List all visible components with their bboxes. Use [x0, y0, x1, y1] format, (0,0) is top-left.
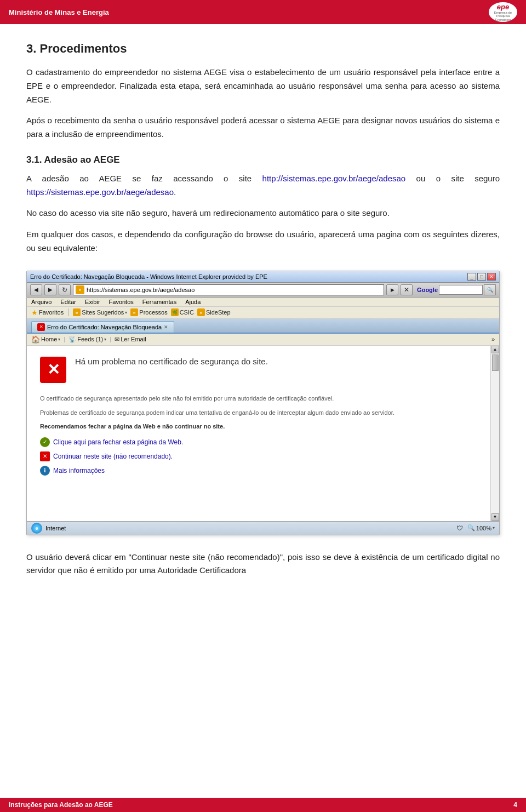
subsection-heading: 3.1. Adesão ao AEGE	[26, 155, 500, 165]
cert-link-3: ℹ Mais informações	[40, 466, 479, 476]
ie-logo-icon: e	[31, 523, 42, 534]
browser-statusbar: e Internet 🛡 🔍 100% ▾	[27, 521, 499, 535]
link-http[interactable]: http://sistemas.epe.gov.br/aege/adesao	[262, 174, 406, 183]
statusbar-right: 🛡 🔍 100% ▾	[456, 524, 495, 532]
statusbar-left: e Internet	[31, 523, 66, 534]
back-button[interactable]: ◀	[30, 284, 42, 295]
google-search-input[interactable]	[439, 285, 483, 295]
browser-toolbar: ◀ ▶ ↻ e https://sistemas.epe.gov.br/aege…	[27, 283, 499, 298]
logo-sub: Empresa dePesquisa Energética	[489, 11, 517, 22]
zoom-dropdown-icon: ▾	[493, 525, 495, 530]
address-icon: e	[76, 285, 84, 294]
scrollbar[interactable]: ▲ ▼	[490, 346, 499, 521]
zoom-control[interactable]: 🔍 100% ▾	[467, 524, 495, 531]
email-button[interactable]: ✉ Ler Email	[115, 336, 146, 343]
star-icon: ★	[31, 308, 38, 317]
email-icon: ✉	[115, 336, 119, 343]
menu-arquivo[interactable]: Arquivo	[31, 299, 52, 305]
tab-icon: ✕	[37, 323, 45, 331]
active-tab[interactable]: ✕ Erro do Certificado: Navegação Bloquea…	[31, 321, 174, 333]
continue-site-link[interactable]: Continuar neste site (não recomendado).	[53, 453, 173, 460]
header-title: Ministério de Minas e Energia	[9, 8, 109, 16]
zoom-icon: 🔍	[467, 524, 475, 531]
continue-site-icon: ✕	[40, 451, 50, 461]
menu-ferramentas[interactable]: Ferramentas	[142, 299, 176, 305]
sites-icon: e	[73, 308, 81, 316]
main-content: 3. Procedimentos O cadastramento do empr…	[0, 24, 526, 618]
feeds-button[interactable]: 📡 Feeds (1) ▾	[68, 336, 106, 343]
paragraph-2: Após o recebimento da senha o usuário re…	[26, 114, 500, 141]
home-dropdown-icon: ▾	[58, 337, 60, 342]
browser-title-text: Erro do Certificado: Navegação Bloqueada…	[30, 273, 267, 280]
cert-body-2: Problemas de certificado de segurança po…	[40, 408, 479, 418]
go-button[interactable]: ▶	[386, 284, 398, 295]
scroll-up-button[interactable]: ▲	[491, 346, 499, 353]
browser-screenshot: Erro do Certificado: Navegação Bloqueada…	[26, 271, 500, 535]
footer-page: 4	[513, 801, 517, 809]
bookmark-favoritos[interactable]: ★ Favoritos	[31, 308, 64, 317]
more-info-icon: ℹ	[40, 466, 50, 476]
menu-ajuda[interactable]: Ajuda	[185, 299, 201, 305]
paragraph-1: O cadastramento do empreendedor no siste…	[26, 66, 500, 106]
csic-icon: 🌿	[171, 308, 179, 316]
statusbar-internet: Internet	[45, 525, 66, 531]
minimize-button[interactable]: _	[467, 273, 476, 281]
scroll-thumb[interactable]	[492, 354, 499, 371]
refresh-stop-button[interactable]: ✕	[401, 284, 413, 295]
bookmark-sidestep[interactable]: e SideStep	[197, 308, 231, 316]
shield-icon: 🛡	[456, 524, 463, 532]
secondbar-left: 🏠 Home ▾ | 📡 Feeds (1) ▾ | ✉ Ler Email	[31, 335, 146, 344]
browser-menubar: Arquivo Editar Exibir Favoritos Ferramen…	[27, 298, 499, 307]
restore-button[interactable]: □	[477, 273, 486, 281]
home-button[interactable]: 🏠 Home ▾	[31, 335, 60, 344]
google-search-button[interactable]: 🔍	[484, 284, 496, 295]
browser-titlebar: Erro do Certificado: Navegação Bloqueada…	[27, 271, 499, 283]
zoom-value: 100%	[476, 525, 491, 531]
refresh-button[interactable]: ↻	[59, 284, 71, 295]
page-header: Ministério de Minas e Energia epe Empres…	[0, 0, 526, 24]
feeds-dropdown-icon: ▾	[104, 337, 106, 342]
menu-favoritos[interactable]: Favoritos	[109, 299, 134, 305]
address-bar[interactable]: e https://sistemas.epe.gov.br/aege/adesa…	[73, 284, 384, 295]
menu-editar[interactable]: Editar	[60, 299, 76, 305]
tab-label: Erro do Certificado: Navegação Bloqueada	[47, 324, 162, 330]
bookmark-processos[interactable]: e Processos	[130, 308, 167, 316]
google-label: Google	[417, 287, 438, 293]
menu-exibir[interactable]: Exibir	[85, 299, 100, 305]
forward-button[interactable]: ▶	[44, 284, 56, 295]
scroll-down-button[interactable]: ▼	[491, 513, 499, 521]
logo-circle: epe Empresa dePesquisa Energética	[489, 2, 517, 22]
footer-text: Instruções para Adesão ao AEGE	[9, 801, 113, 809]
logo-text: epe	[489, 3, 517, 11]
paragraph-5: Em qualquer dos casos, e dependendo da c…	[26, 228, 500, 255]
cert-error-title: Há um problema no certificado de seguran…	[75, 357, 268, 366]
window-controls: _ □ ✕	[467, 273, 496, 281]
toolbar-expand-button[interactable]: »	[491, 336, 495, 342]
cert-body-1: O certificado de segurança apresentado p…	[40, 394, 479, 403]
bookmark-sites-sugeridos[interactable]: e Sites Sugeridos ▾	[73, 308, 127, 316]
browser-secondbar: 🏠 Home ▾ | 📡 Feeds (1) ▾ | ✉ Ler Email »	[27, 334, 499, 346]
close-button[interactable]: ✕	[487, 273, 496, 281]
page-footer: Instruções para Adesão ao AEGE 4	[0, 798, 526, 812]
processos-icon: e	[130, 308, 138, 316]
more-info-link[interactable]: Mais informações	[53, 467, 105, 474]
bookmark-csic[interactable]: 🌿 CSIC	[171, 308, 194, 316]
home-icon: 🏠	[31, 335, 40, 344]
close-page-link[interactable]: Clique aqui para fechar esta página da W…	[53, 438, 183, 446]
tab-close-icon[interactable]: ✕	[164, 324, 168, 330]
cert-link-1: ✓ Clique aqui para fechar esta página da…	[40, 437, 479, 447]
cert-warning: Recomendamos fechar a página da Web e nã…	[40, 423, 479, 430]
cert-error-header: ✕ Há um problema no certificado de segur…	[40, 357, 479, 383]
header-logo: epe Empresa dePesquisa Energética	[489, 2, 517, 22]
cert-error-title-text: Há um problema no certificado de seguran…	[75, 357, 268, 383]
paragraph-4: No caso do acesso via site não seguro, h…	[26, 207, 500, 220]
cert-link-2: ✕ Continuar neste site (não recomendado)…	[40, 451, 479, 461]
cert-error-icon: ✕	[40, 357, 66, 383]
section-heading: 3. Procedimentos	[26, 42, 500, 56]
link-https[interactable]: https://sistemas.epe.gov.br/aege/adesao	[26, 187, 174, 197]
google-search-box: Google 🔍	[417, 284, 496, 295]
browser-content-wrapper: ✕ Há um problema no certificado de segur…	[27, 346, 499, 521]
bookmark-separator	[68, 308, 68, 316]
close-page-icon: ✓	[40, 437, 50, 447]
bookmarks-bar: ★ Favoritos e Sites Sugeridos ▾ e Proces…	[27, 307, 499, 319]
